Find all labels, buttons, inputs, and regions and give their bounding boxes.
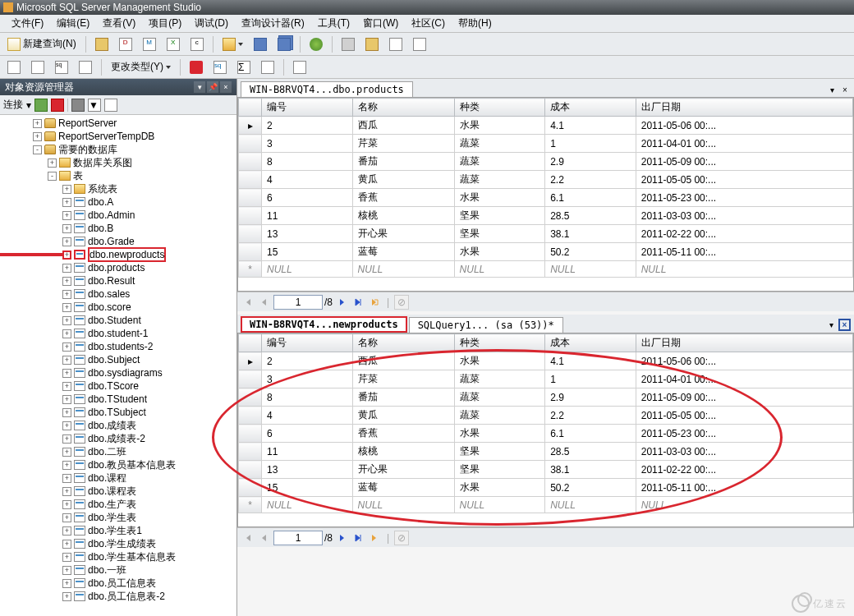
cell[interactable]: 15 [262, 479, 353, 497]
cell[interactable]: 坚果 [454, 225, 545, 243]
tree-node[interactable]: +dbo.成绩表 [0, 419, 236, 432]
expand-icon[interactable]: + [62, 513, 71, 522]
cell[interactable]: 13 [262, 225, 353, 243]
pager-last-button[interactable] [351, 531, 365, 545]
cell[interactable]: 核桃 [352, 443, 454, 461]
pager-cancel-button[interactable]: ⊘ [394, 295, 409, 310]
pager-current-input[interactable] [273, 531, 323, 545]
refresh-icon[interactable] [104, 99, 117, 112]
expand-icon[interactable]: + [62, 277, 71, 286]
tree-node[interactable]: -表 [0, 169, 236, 182]
tab-close-icon[interactable]: × [839, 84, 851, 95]
cell[interactable]: 2011-05-05 00:... [636, 407, 852, 425]
tree-node[interactable]: +dbo.成绩表-2 [0, 432, 236, 445]
cell[interactable]: 11 [262, 443, 353, 461]
cell[interactable]: 2011-05-06 00:... [636, 117, 852, 135]
cell[interactable]: 3 [262, 135, 353, 153]
expand-icon[interactable]: + [62, 500, 71, 509]
row-header[interactable] [239, 443, 262, 461]
tree-node[interactable]: +系统表 [0, 182, 236, 195]
expand-icon[interactable]: + [62, 382, 71, 391]
row-header[interactable] [239, 388, 262, 407]
tree-node[interactable]: -需要的数据库 [0, 143, 236, 156]
column-header[interactable]: 成本 [545, 334, 636, 352]
cell[interactable]: 8 [262, 388, 353, 407]
tree-node[interactable]: +dbo.Result [0, 274, 236, 287]
expand-icon[interactable]: + [62, 185, 71, 194]
cell[interactable]: 黄瓜 [352, 171, 454, 189]
tree-node[interactable]: +dbo.students-2 [0, 340, 236, 353]
tree-node[interactable]: +dbo.score [0, 301, 236, 314]
properties-button[interactable] [409, 35, 430, 53]
column-header[interactable]: 编号 [262, 334, 353, 352]
cell[interactable]: 2.2 [545, 171, 636, 189]
row-header[interactable] [239, 135, 262, 153]
cell-null[interactable]: NULL [262, 497, 353, 513]
row-header[interactable] [239, 225, 262, 243]
tree-node[interactable]: +dbo.Subject [0, 353, 236, 366]
row-header[interactable] [239, 370, 262, 388]
cell[interactable]: 2 [262, 352, 353, 370]
cell[interactable]: 水果 [454, 425, 545, 443]
tb-mdx-button[interactable]: M [139, 35, 160, 53]
pager-current-input[interactable] [273, 295, 323, 310]
cell[interactable]: 芹菜 [352, 135, 454, 153]
pager-prev-button[interactable] [257, 531, 272, 545]
expand-icon[interactable]: + [62, 487, 71, 496]
column-header[interactable]: 编号 [262, 99, 353, 117]
cell[interactable]: 水果 [454, 117, 545, 135]
cell[interactable]: 开心果 [352, 461, 454, 479]
tree-node[interactable]: +dbo.TStudent [0, 393, 236, 406]
tree-node[interactable]: +dbo.教员基本信息表 [0, 458, 236, 471]
cell[interactable]: 蔬菜 [454, 370, 545, 388]
tb-xm-button[interactable]: X [163, 35, 184, 53]
cell[interactable]: 2011-05-09 00:... [636, 388, 852, 407]
tree-node[interactable]: +dbo.products [0, 261, 236, 274]
filter-icon[interactable]: ▼ [88, 99, 101, 112]
cell[interactable]: 蓝莓 [352, 479, 454, 497]
cell[interactable]: 2011-05-09 00:... [636, 153, 852, 171]
row-header[interactable] [239, 207, 262, 225]
cell-null[interactable]: NULL [636, 497, 852, 513]
cell[interactable]: 4 [262, 171, 353, 189]
stop-icon[interactable] [71, 99, 85, 112]
cell[interactable]: 2.9 [545, 388, 636, 407]
row-header[interactable] [239, 153, 262, 171]
menu-help[interactable]: 帮助(H) [452, 15, 498, 32]
cell[interactable]: 蔬菜 [454, 171, 545, 189]
menu-window[interactable]: 窗口(W) [356, 15, 405, 32]
cell[interactable]: 西瓜 [352, 117, 454, 135]
cell[interactable]: 1 [545, 135, 636, 153]
expand-icon[interactable]: + [62, 461, 71, 470]
pager-new-button[interactable] [367, 295, 382, 310]
cell[interactable]: 坚果 [454, 207, 545, 225]
cell[interactable]: 15 [262, 243, 353, 261]
expand-icon[interactable]: - [33, 145, 42, 154]
tree-node[interactable]: +dbo.学生基本信息表 [0, 550, 236, 563]
pin-icon[interactable]: 📌 [207, 81, 218, 93]
pager-last-button[interactable] [351, 295, 365, 310]
row-header[interactable]: ▸ [239, 352, 262, 370]
tree-node[interactable]: +dbo.Grade [0, 235, 236, 248]
tree-node[interactable]: +数据库关系图 [0, 156, 236, 169]
cell[interactable]: 3 [262, 370, 353, 388]
tab-products[interactable]: WIN-B8RVQT4...dbo.products [241, 81, 413, 97]
tree-node[interactable]: +ReportServer [0, 117, 236, 130]
expand-icon[interactable]: + [62, 264, 71, 273]
expand-icon[interactable]: + [62, 434, 71, 444]
expand-icon[interactable]: + [33, 132, 42, 141]
tree-node[interactable]: +dbo.Student [0, 314, 236, 327]
cell[interactable]: 芹菜 [352, 370, 454, 388]
cell[interactable]: 38.1 [545, 461, 636, 479]
dropdown-icon[interactable]: ▾ [194, 81, 205, 93]
expand-icon[interactable]: + [48, 159, 57, 168]
menu-designer[interactable]: 查询设计器(R) [235, 15, 311, 32]
row-header[interactable] [239, 479, 262, 497]
save-all-button[interactable] [273, 35, 295, 53]
row-header[interactable] [239, 189, 262, 207]
cell[interactable]: 28.5 [545, 207, 636, 225]
expand-icon[interactable]: + [62, 198, 71, 207]
column-header[interactable]: 出厂日期 [636, 99, 852, 117]
cell[interactable]: 38.1 [545, 225, 636, 243]
tb-ce-button[interactable]: c [186, 35, 208, 53]
